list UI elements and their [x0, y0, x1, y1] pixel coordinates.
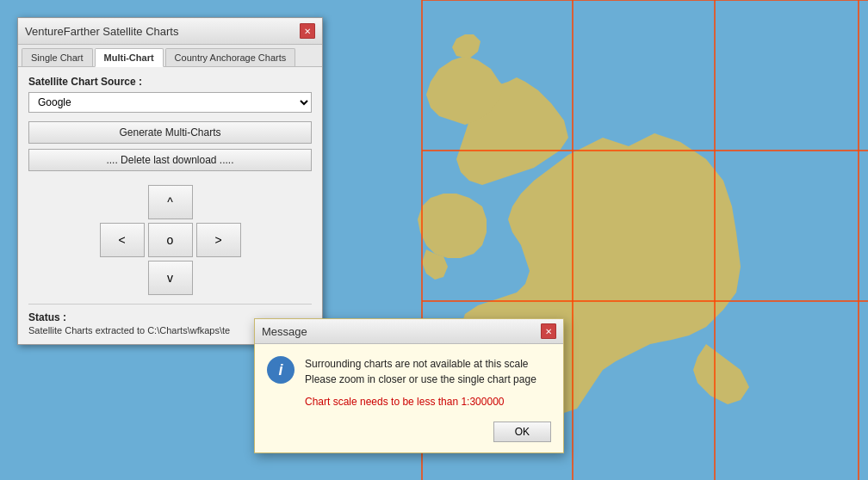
navigation-area: ^ < o > v	[28, 185, 312, 295]
message-info-icon: i	[267, 356, 294, 384]
message-close-button[interactable]: ✕	[541, 323, 556, 339]
source-dropdown-wrap: Google Bing MapQuest	[28, 92, 312, 113]
nav-right-button[interactable]: >	[196, 223, 241, 257]
panel-content: Satellite Chart Source : Google Bing Map…	[18, 67, 322, 344]
source-dropdown[interactable]: Google Bing MapQuest	[28, 92, 312, 113]
nav-row-middle: < o >	[100, 223, 241, 257]
generate-multicharts-button[interactable]: Generate Multi-Charts	[28, 121, 312, 144]
message-text-area: Surrounding charts are not available at …	[305, 356, 551, 408]
message-titlebar: Message ✕	[255, 319, 563, 344]
delete-last-download-button[interactable]: .... Delete last download .....	[28, 149, 312, 171]
nav-down-button[interactable]: v	[148, 261, 193, 295]
source-label: Satellite Chart Source :	[28, 76, 312, 88]
message-line3: Chart scale needs to be less than 1:3000…	[305, 396, 551, 408]
panel-close-button[interactable]: ✕	[300, 23, 315, 39]
message-line1: Surrounding charts are not available at …	[305, 356, 551, 387]
message-body: i Surrounding charts are not available a…	[255, 344, 563, 415]
message-title: Message	[262, 325, 307, 338]
tab-bar: Single Chart Multi-Chart Country Anchora…	[18, 45, 322, 67]
tab-anchorage-charts[interactable]: Country Anchorage Charts	[165, 48, 296, 66]
ok-button[interactable]: OK	[493, 422, 551, 442]
main-panel: VentureFarther Satellite Charts ✕ Single…	[17, 17, 323, 345]
nav-up-button[interactable]: ^	[148, 185, 193, 219]
tab-single-chart[interactable]: Single Chart	[22, 48, 93, 66]
tab-multi-chart[interactable]: Multi-Chart	[95, 48, 164, 67]
message-footer: OK	[255, 415, 563, 452]
nav-center-button[interactable]: o	[148, 223, 193, 257]
nav-left-button[interactable]: <	[100, 223, 145, 257]
message-dialog: Message ✕ i Surrounding charts are not a…	[254, 318, 564, 453]
panel-title: VentureFarther Satellite Charts	[25, 25, 178, 38]
panel-titlebar: VentureFarther Satellite Charts ✕	[18, 18, 322, 45]
